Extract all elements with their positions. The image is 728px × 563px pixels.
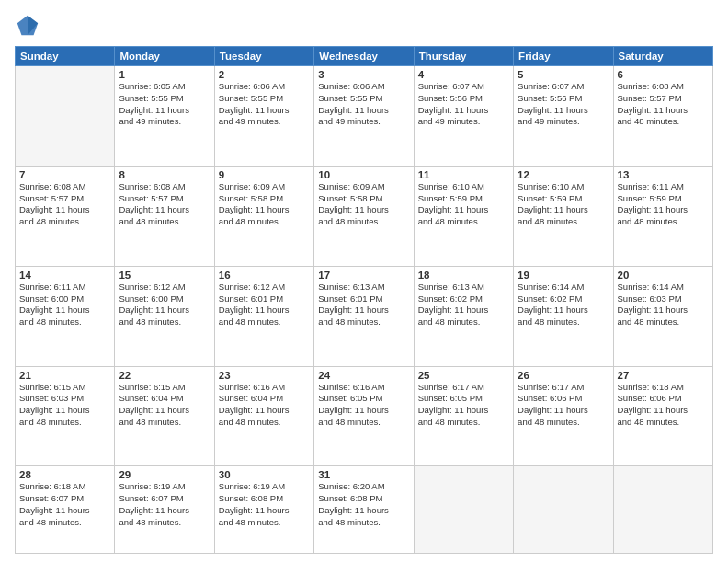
day-info: Sunrise: 6:12 AMSunset: 6:00 PMDaylight:… [119, 282, 210, 328]
day-number: 12 [518, 169, 609, 180]
day-info: Sunrise: 6:16 AMSunset: 6:05 PMDaylight:… [318, 382, 409, 429]
calendar-cell: 12Sunrise: 6:10 AMSunset: 5:59 PMDayligh… [514, 166, 613, 266]
calendar-cell: 24Sunrise: 6:16 AMSunset: 6:05 PMDayligh… [314, 366, 414, 466]
day-info: Sunrise: 6:14 AMSunset: 6:03 PMDaylight:… [618, 282, 709, 328]
day-info: Sunrise: 6:16 AMSunset: 6:04 PMDaylight:… [219, 382, 310, 429]
day-number: 14 [19, 270, 110, 281]
calendar-cell: 30Sunrise: 6:19 AMSunset: 6:08 PMDayligh… [214, 466, 313, 554]
calendar-cell [16, 66, 115, 167]
day-number: 25 [418, 370, 509, 381]
day-info: Sunrise: 6:18 AMSunset: 6:07 PMDaylight:… [19, 481, 110, 528]
day-info: Sunrise: 6:12 AMSunset: 6:01 PMDaylight:… [219, 282, 310, 328]
day-number: 9 [219, 169, 310, 180]
day-info: Sunrise: 6:09 AMSunset: 5:58 PMDaylight:… [318, 181, 409, 228]
weekday-header-monday: Monday [115, 47, 214, 66]
day-number: 26 [518, 370, 609, 381]
weekday-header-tuesday: Tuesday [214, 47, 313, 66]
day-number: 22 [119, 370, 210, 381]
calendar-cell: 3Sunrise: 6:06 AMSunset: 5:55 PMDaylight… [314, 66, 414, 167]
calendar-cell: 26Sunrise: 6:17 AMSunset: 6:06 PMDayligh… [514, 366, 613, 466]
week-row-5: 28Sunrise: 6:18 AMSunset: 6:07 PMDayligh… [16, 466, 713, 554]
calendar-cell: 28Sunrise: 6:18 AMSunset: 6:07 PMDayligh… [16, 466, 115, 554]
week-row-3: 14Sunrise: 6:11 AMSunset: 6:00 PMDayligh… [16, 266, 713, 366]
calendar-cell: 2Sunrise: 6:06 AMSunset: 5:55 PMDaylight… [214, 66, 313, 167]
calendar-cell [514, 466, 613, 554]
day-number: 1 [119, 69, 210, 80]
day-info: Sunrise: 6:09 AMSunset: 5:58 PMDaylight:… [219, 181, 310, 228]
calendar-cell: 20Sunrise: 6:14 AMSunset: 6:03 PMDayligh… [613, 266, 712, 366]
calendar-cell: 25Sunrise: 6:17 AMSunset: 6:05 PMDayligh… [414, 366, 513, 466]
weekday-header-sunday: Sunday [16, 47, 115, 66]
calendar-cell: 7Sunrise: 6:08 AMSunset: 5:57 PMDaylight… [16, 166, 115, 266]
calendar-cell: 4Sunrise: 6:07 AMSunset: 5:56 PMDaylight… [414, 66, 513, 167]
day-info: Sunrise: 6:11 AMSunset: 5:59 PMDaylight:… [618, 181, 709, 228]
calendar-table: SundayMondayTuesdayWednesdayThursdayFrid… [15, 46, 713, 554]
day-info: Sunrise: 6:11 AMSunset: 6:00 PMDaylight:… [19, 282, 110, 328]
calendar-cell: 22Sunrise: 6:15 AMSunset: 6:04 PMDayligh… [115, 366, 214, 466]
calendar-cell: 5Sunrise: 6:07 AMSunset: 5:56 PMDaylight… [514, 66, 613, 167]
day-info: Sunrise: 6:20 AMSunset: 6:08 PMDaylight:… [318, 481, 409, 528]
day-info: Sunrise: 6:07 AMSunset: 5:56 PMDaylight:… [518, 81, 609, 128]
week-row-2: 7Sunrise: 6:08 AMSunset: 5:57 PMDaylight… [16, 166, 713, 266]
day-number: 19 [518, 270, 609, 281]
logo-icon [15, 13, 40, 39]
day-number: 23 [219, 370, 310, 381]
calendar-cell: 27Sunrise: 6:18 AMSunset: 6:06 PMDayligh… [613, 366, 712, 466]
day-number: 2 [219, 69, 310, 80]
day-info: Sunrise: 6:08 AMSunset: 5:57 PMDaylight:… [119, 181, 210, 228]
week-row-4: 21Sunrise: 6:15 AMSunset: 6:03 PMDayligh… [16, 366, 713, 466]
calendar-cell: 29Sunrise: 6:19 AMSunset: 6:07 PMDayligh… [115, 466, 214, 554]
day-info: Sunrise: 6:06 AMSunset: 5:55 PMDaylight:… [219, 81, 310, 128]
day-info: Sunrise: 6:10 AMSunset: 5:59 PMDaylight:… [418, 181, 509, 228]
day-number: 29 [119, 469, 210, 480]
calendar-cell: 10Sunrise: 6:09 AMSunset: 5:58 PMDayligh… [314, 166, 414, 266]
calendar-cell [414, 466, 513, 554]
day-number: 13 [618, 169, 709, 180]
logo [15, 13, 44, 39]
day-info: Sunrise: 6:07 AMSunset: 5:56 PMDaylight:… [418, 81, 509, 128]
day-info: Sunrise: 6:10 AMSunset: 5:59 PMDaylight:… [518, 181, 609, 228]
weekday-header-thursday: Thursday [414, 47, 513, 66]
day-number: 18 [418, 270, 509, 281]
calendar-cell: 8Sunrise: 6:08 AMSunset: 5:57 PMDaylight… [115, 166, 214, 266]
day-number: 30 [219, 469, 310, 480]
weekday-header-friday: Friday [514, 47, 613, 66]
day-info: Sunrise: 6:13 AMSunset: 6:01 PMDaylight:… [318, 282, 409, 328]
calendar-cell: 1Sunrise: 6:05 AMSunset: 5:55 PMDaylight… [115, 66, 214, 167]
calendar-cell: 15Sunrise: 6:12 AMSunset: 6:00 PMDayligh… [115, 266, 214, 366]
day-number: 10 [318, 169, 409, 180]
day-number: 21 [19, 370, 110, 381]
day-info: Sunrise: 6:08 AMSunset: 5:57 PMDaylight:… [19, 181, 110, 228]
calendar-cell: 19Sunrise: 6:14 AMSunset: 6:02 PMDayligh… [514, 266, 613, 366]
day-number: 16 [219, 270, 310, 281]
day-info: Sunrise: 6:15 AMSunset: 6:03 PMDaylight:… [19, 382, 110, 429]
day-info: Sunrise: 6:19 AMSunset: 6:07 PMDaylight:… [119, 481, 210, 528]
day-number: 7 [19, 169, 110, 180]
calendar-cell: 16Sunrise: 6:12 AMSunset: 6:01 PMDayligh… [214, 266, 313, 366]
weekday-header-row: SundayMondayTuesdayWednesdayThursdayFrid… [16, 47, 713, 66]
weekday-header-wednesday: Wednesday [314, 47, 414, 66]
day-number: 15 [119, 270, 210, 281]
calendar-cell: 18Sunrise: 6:13 AMSunset: 6:02 PMDayligh… [414, 266, 513, 366]
day-number: 17 [318, 270, 409, 281]
day-info: Sunrise: 6:17 AMSunset: 6:06 PMDaylight:… [518, 382, 609, 429]
day-info: Sunrise: 6:13 AMSunset: 6:02 PMDaylight:… [418, 282, 509, 328]
weekday-header-saturday: Saturday [613, 47, 712, 66]
calendar-cell: 14Sunrise: 6:11 AMSunset: 6:00 PMDayligh… [16, 266, 115, 366]
day-info: Sunrise: 6:19 AMSunset: 6:08 PMDaylight:… [219, 481, 310, 528]
day-info: Sunrise: 6:05 AMSunset: 5:55 PMDaylight:… [119, 81, 210, 128]
day-number: 3 [318, 69, 409, 80]
calendar-cell: 17Sunrise: 6:13 AMSunset: 6:01 PMDayligh… [314, 266, 414, 366]
day-info: Sunrise: 6:08 AMSunset: 5:57 PMDaylight:… [618, 81, 709, 128]
day-number: 27 [618, 370, 709, 381]
day-info: Sunrise: 6:06 AMSunset: 5:55 PMDaylight:… [318, 81, 409, 128]
calendar-cell [613, 466, 712, 554]
day-number: 20 [618, 270, 709, 281]
day-number: 28 [19, 469, 110, 480]
day-info: Sunrise: 6:17 AMSunset: 6:05 PMDaylight:… [418, 382, 509, 429]
day-number: 24 [318, 370, 409, 381]
calendar-cell: 31Sunrise: 6:20 AMSunset: 6:08 PMDayligh… [314, 466, 414, 554]
page: SundayMondayTuesdayWednesdayThursdayFrid… [0, 0, 728, 563]
calendar-cell: 21Sunrise: 6:15 AMSunset: 6:03 PMDayligh… [16, 366, 115, 466]
day-number: 5 [518, 69, 609, 80]
